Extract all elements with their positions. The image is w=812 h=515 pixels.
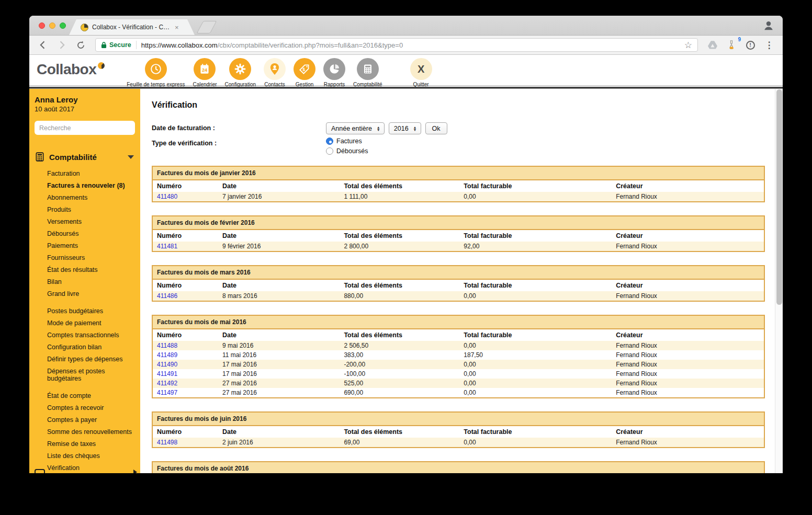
collabox-logo[interactable]: Collabox [37,61,105,78]
column-header: Numéro [153,329,218,341]
table-cell: 0,00 [459,192,612,201]
sidebar-item[interactable]: Liste des chèques [47,452,133,460]
scrollbar-thumb[interactable] [776,89,782,305]
sidebar-item[interactable]: État de compte [47,392,133,399]
column-header: Total facturable [459,426,612,438]
invoice-number-link[interactable]: 411486 [157,292,177,300]
sidebar-item[interactable]: Abonnements [47,194,133,201]
sidebar-item[interactable]: Bilan [47,278,133,285]
table-title: Factures du mois de juin 2016 [153,413,764,426]
sidebar-item[interactable]: Fournisseurs [47,254,133,261]
sidebar-section-comptabilite[interactable]: Comptabilité [35,152,135,162]
invoice-number-cell: 411481 [153,242,218,251]
toolbar-item-comptabilite[interactable]: Comptabilité [353,58,382,87]
drive-extension-icon[interactable] [706,39,719,51]
close-window-button[interactable] [39,22,45,29]
sidebar-item[interactable]: Comptes à payer [47,416,133,424]
sidebar-item[interactable]: Paiements [47,242,133,249]
reload-icon[interactable] [74,39,87,51]
table-header-row: NuméroDateTotal des élémentsTotal factur… [153,426,764,438]
sidebar-item[interactable]: Somme des renouvellements [47,428,133,436]
table-cell: Fernand Rioux [612,192,764,201]
radio-factures[interactable]: Factures [326,138,368,145]
toolbar-item-calendrier[interactable]: 24 Calendrier [193,58,217,87]
sidebar-item[interactable]: État des résultats [47,266,133,273]
invoice-number-link[interactable]: 411492 [157,380,177,387]
url-divider [136,41,137,49]
browser-tab[interactable]: Collabox - Vérification - Collab × [69,19,195,35]
close-tab-icon[interactable]: × [175,24,179,31]
invoice-number-link[interactable]: 411489 [157,351,177,359]
exclamation-icon: ! [746,41,755,50]
table-title: Factures du mois de août 2016 [153,462,764,473]
ok-button[interactable]: Ok [425,122,447,134]
content-area: Anna Leroy 10 août 2017 Comptabilité Fac… [29,89,783,473]
toolbar-item-contacts[interactable]: Contacts [264,58,286,87]
invoice-number-cell: 411489 [153,350,218,360]
bookmark-star-icon[interactable]: ☆ [684,41,692,50]
alert-extension-icon[interactable]: ! [744,39,757,51]
invoice-month-table: Factures du mois de février 2016NuméroDa… [152,215,765,252]
year-select[interactable]: 2016 ▲▼ [389,122,421,134]
invoice-number-cell: 411490 [153,360,218,369]
new-tab-button[interactable] [197,21,217,33]
sidebar-item[interactable]: Postes budgétaires [47,307,133,315]
back-icon[interactable] [37,39,49,51]
invoice-number-link[interactable]: 411491 [157,370,177,377]
page-scrollbar[interactable] [775,89,783,473]
invoice-number-link[interactable]: 411481 [157,243,177,250]
invoice-number-link[interactable]: 411498 [157,439,177,446]
table-cell: 0,00 [459,379,612,388]
sidebar-item[interactable]: Facturation [47,170,133,177]
column-header: Date [218,426,340,438]
toolbar-label: Contacts [264,82,285,87]
url-bar[interactable]: Secure https://www.collabox.com/cbx/comp… [95,38,698,52]
table-cell: 9 février 2016 [218,242,340,251]
sidebar-item[interactable]: Comptes à recevoir [47,404,133,411]
sidebar-item[interactable]: Versements [47,218,133,225]
invoice-number-link[interactable]: 411490 [157,361,177,368]
flask-extension-icon[interactable]: 9 [725,39,738,51]
table-cell: -100,00 [340,369,459,379]
sidebar-item[interactable]: Mode de paiement [47,319,133,327]
toolbar-item-quitter[interactable]: X Quitter [410,58,432,87]
profile-avatar-icon[interactable] [763,20,774,33]
forward-icon[interactable] [55,39,68,51]
table-cell: Fernand Rioux [612,438,764,447]
minimize-window-button[interactable] [49,22,55,29]
invoice-number-link[interactable]: 411480 [157,193,177,200]
sidebar-item[interactable]: Produits [47,206,133,213]
browser-toolbar: Secure https://www.collabox.com/cbx/comp… [29,36,783,55]
sidebar-item[interactable]: Dépenses et postes budgétaires [47,368,133,382]
sidebar-item[interactable]: Grand livre [47,290,133,297]
table-header-row: NuméroDateTotal des élémentsTotal factur… [153,329,764,341]
sidebar-item[interactable]: Déboursés [47,230,133,237]
invoice-number-cell: 411497 [153,388,218,397]
table-cell: -200,00 [340,360,459,369]
toolbar-label: Quitter [413,82,429,87]
toolbar-label: Calendrier [193,82,217,87]
sidebar-item[interactable]: Comptes transactionnels [47,331,133,339]
invoice-number-link[interactable]: 411488 [157,342,177,349]
search-input[interactable] [35,121,135,135]
period-select[interactable]: Année entière ▲▼ [326,122,385,134]
toolbar-item-configuration[interactable]: Configuration [225,58,256,87]
toolbar-item-rapports[interactable]: Rapports [323,58,345,87]
invoice-number-cell: 411491 [153,369,218,379]
x-icon: X [410,58,432,80]
browser-menu-icon[interactable]: ⋮ [763,39,775,51]
sidebar-item[interactable]: Factures à renouveler (8) [47,182,133,189]
toolbar-item-feuille-de-temps[interactable]: Feuille de temps express [127,58,185,87]
sidebar-item[interactable]: Configuration bilan [47,344,133,351]
invoice-number-link[interactable]: 411497 [157,389,177,396]
table-row: 4114982 juin 201669,000,00Fernand Rioux [153,438,764,447]
sidebar-item[interactable]: Remise de taxes [47,440,133,448]
table-cell: 17 mai 2016 [218,360,340,369]
table-cell: 9 mai 2016 [218,341,340,350]
invoice-month-table: Factures du mois de juin 2016NuméroDateT… [152,411,765,448]
toolbar-item-gestion[interactable]: $ Gestion [294,58,315,87]
sidebar-item[interactable]: Vérification [47,464,133,472]
radio-debourses[interactable]: Déboursés [326,147,368,155]
sidebar-item[interactable]: Définir types de dépenses [47,356,133,363]
fullscreen-window-button[interactable] [60,22,66,29]
